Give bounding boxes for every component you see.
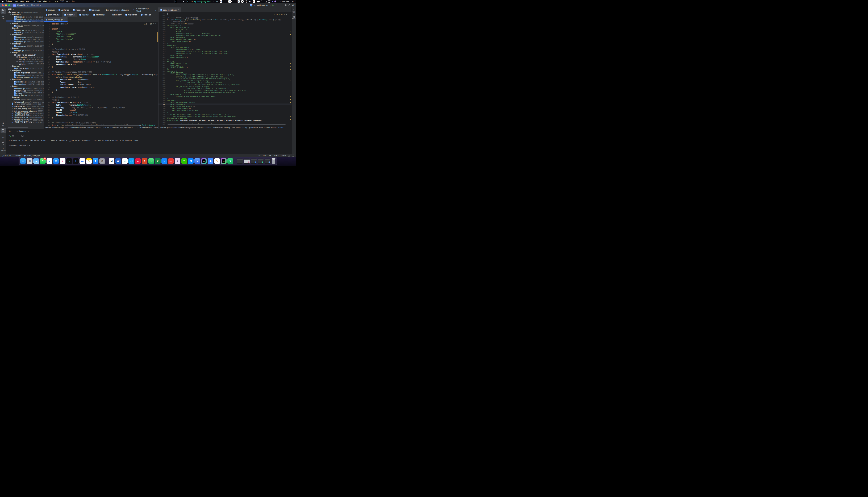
tree-item-config.go[interactable]: config.go2025/7/14 09:06, 5.77 kB bbox=[6, 29, 44, 31]
tree-item-verifier[interactable]: ›verifier bbox=[6, 96, 44, 99]
dock-minimized-window[interactable] bbox=[237, 158, 243, 164]
dock-xmind-app[interactable]: X bbox=[228, 158, 233, 164]
dock-minimized-window[interactable] bbox=[258, 158, 264, 164]
settings-button[interactable]: ⚙ bbox=[292, 4, 294, 6]
tree-item-分片架构优化说明.md[interactable]: M↓分片架构优化说明.md2025/7/14 19:30 bbox=[6, 112, 44, 114]
tree-item-schema_migrator.go[interactable]: schema_migrator.go2025/7/14 11: bbox=[6, 76, 44, 79]
tab-main.go[interactable]: main.go bbox=[44, 8, 57, 12]
tab-interface.go[interactable]: interface.go bbox=[91, 12, 107, 17]
tree-item-helpers.go[interactable]: helpers.go2025/7/13 18:03, 7.92 kB bbox=[6, 87, 44, 90]
tree-item-错误处理修复说明.md[interactable]: M↓错误处理修复说明.md2025/7/14 18:53 bbox=[6, 121, 44, 123]
code-editor-smart-strategy[interactable]: ⚠ 1 ✓ 14 ∧∨ 1package chunker23import (4 … bbox=[44, 22, 158, 126]
tree-item-chunker[interactable]: ∨chunker bbox=[6, 14, 44, 16]
tree-item-table_info.go[interactable]: table_info.go2025/7/14 10:31, 4.72 bbox=[6, 94, 44, 96]
tree-item-fastcdc.go[interactable]: fastcdc.go2025/7/14 09:12, 12.13 kB bbox=[6, 16, 44, 18]
tab-oracle.go[interactable]: oracle.go bbox=[139, 12, 153, 17]
input-method-text[interactable]: ng boss young boss bbox=[194, 1, 211, 3]
dock-goland[interactable]: GO bbox=[221, 158, 227, 164]
sidebar-tool-project[interactable]: 项目 bbox=[1, 9, 6, 14]
tab-mapping.go[interactable]: mapping.go bbox=[71, 8, 87, 12]
tree-item-error.log[interactable]: ☰error.log2025/7/14 19:38, 2 kB bbox=[6, 58, 44, 61]
more-actions-button[interactable]: ⋮ bbox=[279, 4, 281, 6]
rerun-button[interactable]: ⟳▶ bbox=[9, 134, 11, 137]
dock-pages-app[interactable]: ✎ bbox=[214, 158, 220, 164]
notch-app-icon[interactable]: ◑ bbox=[179, 0, 181, 3]
tab-rulegen.go[interactable]: rulegen.go bbox=[62, 12, 77, 17]
contacts-icon[interactable]: ☻ bbox=[241, 0, 244, 3]
tree-item-retry.go[interactable]: retry.go2025/7/13 18:02, 6.57 kB 昨 bbox=[6, 92, 44, 94]
notifications-icon[interactable]: ! bbox=[292, 155, 294, 157]
dock-youdao[interactable]: yd bbox=[135, 158, 141, 164]
tab-test_performance_stats.conf[interactable]: ☰test_performance_stats.conf bbox=[102, 8, 131, 12]
tab-fastcdc.conf[interactable]: ☰fastcdc.conf bbox=[107, 12, 124, 17]
tree-item-migrator.go[interactable]: migrator.go2025/7/14 15:19, 15.8 kB bbox=[6, 74, 44, 76]
dock-audio-tool-dark[interactable]: ∿ bbox=[66, 158, 72, 164]
sidebar-tool-services[interactable]: ⚙服务 bbox=[1, 122, 6, 127]
menu-item-GoLand[interactable]: GoLand bbox=[6, 0, 12, 3]
dock-feather-app[interactable]: ✒ bbox=[161, 158, 167, 164]
project-panel-title[interactable]: 项目 bbox=[8, 8, 12, 11]
menu-item-编辑[interactable]: 编辑 bbox=[20, 0, 24, 3]
project-badge[interactable]: FC bbox=[13, 4, 16, 7]
tree-item-interface.go[interactable]: interface.go2025/7/14 19:02, 5.46 kB bbox=[6, 36, 44, 38]
input-source-icon[interactable]: A bbox=[253, 0, 255, 3]
tree-item-schema[interactable]: ∨schema bbox=[6, 79, 44, 81]
dock-app-store[interactable]: A bbox=[93, 158, 98, 164]
tab-verifier.go[interactable]: verifier.go bbox=[57, 8, 71, 12]
tree-item-utils[interactable]: ∨utils bbox=[6, 85, 44, 87]
close-icon[interactable]: ✕ bbox=[28, 130, 29, 132]
sidebar-tool-notifications[interactable]: 通知 bbox=[291, 9, 296, 14]
menu-item-工具[interactable]: 工具 bbox=[55, 0, 58, 3]
sidebar-tool-terminal[interactable]: >_终端 bbox=[1, 134, 6, 140]
breadcrumb-item-chunker[interactable]: chunker bbox=[15, 155, 21, 156]
sidebar-tool-more[interactable]: ⋯ bbox=[1, 21, 6, 25]
horizontal-scrollbar[interactable] bbox=[168, 124, 286, 125]
tree-item-test_performance_stats.conf[interactable]: ☰test_performance_stats.conf2025/7 bbox=[6, 110, 44, 112]
run-button[interactable]: ▷ bbox=[272, 4, 274, 6]
horizontal-scrollbar[interactable] bbox=[64, 125, 139, 126]
tree-item-oracle_to_pg_20250714[interactable]: ∨oracle_to_pg_20250714 bbox=[6, 54, 44, 56]
dock-trash[interactable] bbox=[272, 158, 276, 164]
sidebar-tool-problems[interactable]: ⚠问题 bbox=[1, 140, 6, 146]
read-lock-icon[interactable] bbox=[288, 155, 290, 156]
dock-messages[interactable]: ❝19 bbox=[40, 158, 46, 164]
tree-item-datatype[interactable]: ∨datatype bbox=[6, 43, 44, 45]
notification-dot[interactable] bbox=[272, 1, 273, 2]
tree-item-logger.go[interactable]: logger.go2025/7/14 11:05, 11.08 kB bbox=[6, 49, 44, 52]
run-panel-title[interactable]: 运行 bbox=[9, 130, 13, 132]
close-icon[interactable]: ✕ bbox=[64, 18, 66, 20]
wifi-icon[interactable] bbox=[261, 1, 263, 2]
dock-pdf-expert[interactable]: PDF bbox=[168, 158, 174, 164]
wing-app-icon[interactable]: ω bbox=[186, 0, 189, 3]
menu-item-窗口[interactable]: 窗口 bbox=[66, 0, 70, 3]
tree-item-generator.go[interactable]: generator.go2025/7/13 18:10, 6.95 bbox=[6, 81, 44, 83]
tab-fastcdc.go[interactable]: fastcdc.go bbox=[87, 8, 102, 12]
dock-notes[interactable]: ✎ bbox=[86, 158, 92, 164]
tab-data_migrator.go[interactable]: data_migrator.go✕ bbox=[159, 8, 182, 12]
menu-bar-clock[interactable]: 7月14日 周一 21:41 bbox=[279, 0, 294, 3]
search-everywhere-button[interactable] bbox=[289, 4, 290, 6]
tree-item-connector[interactable]: ∨connector bbox=[6, 34, 44, 36]
dock-waveform-tool-dark[interactable]: ⌇ bbox=[73, 158, 78, 164]
apple-logo-icon[interactable] bbox=[2, 1, 3, 2]
tree-item-fastcdc[interactable]: >_fastcdc2025/7/14 21:16, 26.89 MB bbox=[6, 99, 44, 101]
tree-item-interface.go[interactable]: interface.go2025/7/14 09:11, 6.04 kB bbox=[6, 18, 44, 20]
dock-reminders[interactable]: ≔ bbox=[79, 158, 85, 164]
dock-m-cat-app[interactable]: M bbox=[109, 158, 114, 164]
tree-item-parser.go[interactable]: parser.go2025/7/14 09:10, 7.94 kB bbox=[6, 31, 44, 34]
tree-item-README.md[interactable]: M↓README.md2025/7/14 09:03, 6.63 kB bbox=[6, 105, 44, 108]
tree-item-oracle.go[interactable]: oracle.go2025/7/14 19:03, 11.21 kB bbox=[6, 38, 44, 41]
dock-music-app[interactable]: ♫ bbox=[122, 158, 128, 164]
code-with-me-button[interactable] bbox=[285, 4, 287, 6]
breadcrumb-item-smart_strategy.go[interactable]: smart_strategy.go bbox=[27, 155, 40, 156]
dock-blue-shard-app[interactable]: ◆ bbox=[208, 158, 213, 164]
dock-maps[interactable]: ➤ bbox=[46, 158, 52, 164]
tree-item-metadata.go[interactable]: metadata.go2025/7/14 10:29, 6.73 bbox=[6, 83, 44, 85]
dock-finder[interactable]: ☺ bbox=[20, 158, 26, 164]
inspections-smiley-widget[interactable]: {☺} bbox=[258, 155, 260, 156]
window-manager-icon[interactable]: ⊞ bbox=[183, 0, 185, 3]
tree-item-go.mod[interactable]: ›go.mod2025/7/13 19:49, 806 B 21 分钟 bbox=[6, 103, 44, 105]
control-center-icon[interactable] bbox=[268, 0, 271, 3]
tree-item-info.log[interactable]: ☰info.log2025/7/14 21:23, 60.09 M bbox=[6, 61, 44, 63]
run-tab-augment[interactable]: >_ Augment ✕ bbox=[15, 129, 30, 133]
